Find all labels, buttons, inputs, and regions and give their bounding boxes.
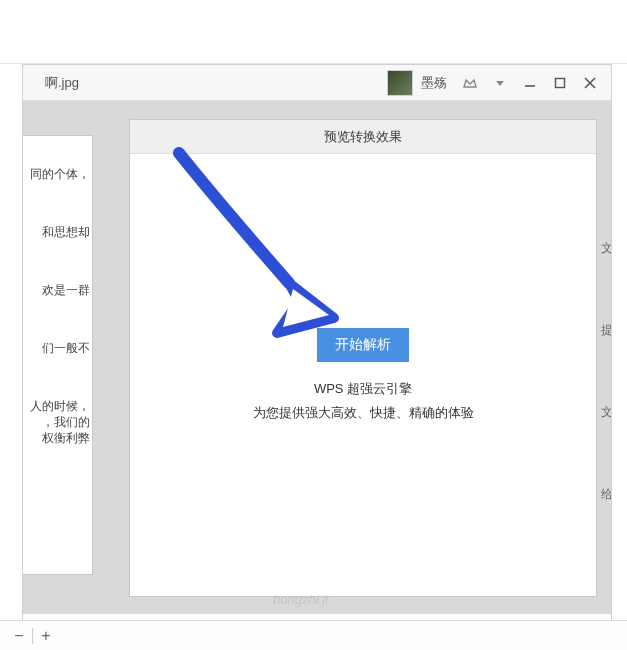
doc-line: 欢是一群 (23, 282, 90, 298)
outer-zoom-in-button[interactable]: + (33, 625, 59, 647)
strip-char: 文 (601, 241, 611, 255)
crown-icon[interactable] (455, 70, 485, 96)
engine-name-label: WPS 超强云引擎 (314, 380, 412, 398)
strip-char: 提 (601, 323, 611, 337)
doc-line: 同的个体， (23, 166, 90, 182)
strip-char: 文 (601, 405, 611, 419)
outer-zoom-out-button[interactable]: − (6, 625, 32, 647)
preview-pane: 预览转换效果 开始解析 WPS 超强云引擎 为您提供强大高效、快捷、精确的体验 (129, 119, 597, 597)
maximize-button[interactable] (545, 70, 575, 96)
outer-window-top (0, 0, 627, 64)
titlebar: 啊.jpg 墨殇 (23, 65, 611, 101)
content-area: 同的个体， 和思想却 欢是一群 们一般不 人的时候， ，我们的 权衡利弊 文 提… (23, 101, 611, 613)
engine-desc-label: 为您提供强大高效、快捷、精确的体验 (253, 404, 474, 422)
username-label[interactable]: 墨殇 (421, 74, 447, 92)
doc-line: 人的时候， ，我们的 权衡利弊 (23, 398, 90, 446)
svg-marker-0 (464, 80, 476, 87)
minimize-button[interactable] (515, 70, 545, 96)
close-button[interactable] (575, 70, 605, 96)
strip-char: 给 (601, 487, 611, 501)
svg-rect-3 (556, 78, 565, 87)
svg-marker-1 (496, 81, 504, 86)
app-window: 啊.jpg 墨殇 同的个体， 和思想却 欢是一群 们一般不 人的时候， ，我们的… (22, 64, 612, 644)
preview-header: 预览转换效果 (130, 120, 596, 154)
start-parse-button[interactable]: 开始解析 (317, 328, 409, 362)
preview-body: 开始解析 WPS 超强云引擎 为您提供强大高效、快捷、精确的体验 (130, 154, 596, 596)
outer-zoom-group: − + (0, 625, 59, 647)
dropdown-icon[interactable] (485, 70, 515, 96)
source-document-preview: 同的个体， 和思想却 欢是一群 们一般不 人的时候， ，我们的 权衡利弊 (23, 135, 93, 575)
doc-line: 们一般不 (23, 340, 90, 356)
avatar[interactable] (387, 70, 413, 96)
outer-status-bar: − + (0, 620, 627, 650)
right-text-strip: 文 提 文 给 (601, 241, 611, 569)
window-title: 啊.jpg (45, 74, 79, 92)
doc-line: 和思想却 (23, 224, 90, 240)
